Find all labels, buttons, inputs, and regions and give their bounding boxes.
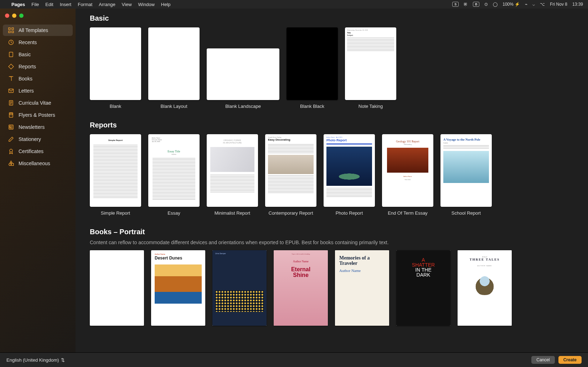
template-school-report[interactable]: A Voyage to the North Pole Subtitle Scho… (440, 134, 492, 216)
template-label: Essay (167, 210, 180, 216)
template-book-eternal-shine[interactable]: Tap or click to add a heading Author Nam… (274, 250, 328, 326)
shield-icon[interactable]: ⛨ (464, 2, 468, 7)
menu-file[interactable]: File (31, 2, 39, 7)
language-selector[interactable]: English (United Kingdom) ⇅ (6, 357, 65, 363)
template-label: Blank Layout (160, 104, 187, 109)
template-label: Minimalist Report (215, 210, 250, 216)
template-blank[interactable]: Blank (90, 27, 141, 109)
svg-rect-9 (10, 114, 12, 115)
circle-icon[interactable]: ◯ (493, 2, 497, 7)
section-title-reports: Reports (90, 121, 588, 129)
svg-rect-3 (12, 31, 14, 33)
diamond-icon (8, 63, 14, 70)
template-thumb: A Voyage to the North Pole Subtitle (440, 134, 492, 207)
template-thumb: Memories of a Traveler Author Name (335, 250, 389, 326)
sidebar-item-letters[interactable]: Letters (3, 85, 73, 96)
menu-insert[interactable]: Insert (60, 2, 72, 7)
sidebar-item-all-templates[interactable]: All Templates (3, 25, 73, 36)
template-book-three-tales[interactable]: A Novel THREE TALES AUTHOR NAME (458, 250, 512, 326)
menu-view[interactable]: View (122, 2, 132, 7)
template-label: Contemporary Report (269, 210, 313, 216)
template-photo-report[interactable]: Author Name · April 2025 Photo Report Ph… (324, 134, 375, 216)
template-contemporary-report[interactable]: Simple Home Styling Easy Decorating Cont… (265, 134, 316, 216)
sidebar-item-basic[interactable]: Basic (3, 49, 73, 60)
sidebar-item-label: Flyers & Posters (19, 112, 55, 118)
template-thumb: A Novel THREE TALES AUTHOR NAME (458, 250, 512, 326)
svg-point-12 (9, 163, 11, 166)
template-thumb (90, 250, 144, 326)
template-essay[interactable]: Author NameInstructor NameJan 10, 2025 E… (148, 134, 200, 216)
newspaper-icon (8, 124, 14, 130)
template-book-memories[interactable]: Memories of a Traveler Author Name (335, 250, 389, 326)
template-book-blank[interactable] (90, 250, 144, 326)
template-book-shatter[interactable]: A SHATTER IN THE DARK (396, 250, 450, 326)
pencil-icon (8, 136, 14, 142)
menubar-time[interactable]: 13:39 (572, 2, 583, 7)
menu-window[interactable]: Window (138, 2, 155, 7)
template-minimalist-report[interactable]: ORGANIC FORMSIN ARCHITECTURE Minimalist … (207, 134, 258, 216)
template-thumb: Author Name Desert Dunes (151, 250, 205, 326)
template-thumb: Urna Semper (212, 250, 267, 326)
menubar: Pages File Edit Insert Format Arrange Vi… (0, 0, 588, 9)
template-thumb: Geology 101 Report Subheading Author Nam… (382, 134, 433, 207)
bluetooth-icon[interactable]: ⌁ (525, 2, 527, 7)
svg-rect-6 (9, 89, 14, 93)
menu-arrange[interactable]: Arrange (99, 2, 115, 7)
template-label: Note Taking (359, 104, 383, 109)
status-b-icon[interactable]: B (473, 2, 479, 7)
template-blank-landscape[interactable]: Blank Landscape (207, 27, 279, 109)
wifi-icon[interactable]: ⌵ (532, 2, 535, 7)
battery-status[interactable]: 100% ⚡ (502, 2, 520, 7)
template-blank-black[interactable]: Blank Black (287, 27, 338, 109)
svg-rect-2 (9, 31, 10, 33)
menu-edit[interactable]: Edit (45, 2, 53, 7)
template-book-urna[interactable]: Urna Semper (212, 250, 267, 326)
svg-rect-13 (11, 163, 14, 166)
svg-rect-1 (12, 28, 14, 30)
create-button[interactable]: Create (558, 356, 582, 364)
template-thumb (148, 27, 200, 100)
template-simple-report[interactable]: Simple Report Simple Report (90, 134, 141, 216)
play-icon[interactable]: ⊙ (484, 2, 488, 7)
sidebar-item-label: Stationery (19, 136, 41, 142)
menubar-date[interactable]: Fri Nov 8 (550, 2, 567, 7)
template-thumb: A SHATTER IN THE DARK (396, 250, 450, 326)
sidebar-item-cv[interactable]: Curricula Vitae (3, 97, 73, 109)
sidebar-item-label: All Templates (19, 27, 48, 33)
menu-help[interactable]: Help (161, 2, 171, 7)
close-window-button[interactable] (5, 14, 9, 18)
sidebar-item-books[interactable]: Books (3, 73, 73, 84)
status-s-icon[interactable]: S (452, 2, 459, 7)
book-icon (8, 75, 14, 82)
template-end-of-term-essay[interactable]: Geology 101 Report Subheading Author Nam… (382, 134, 433, 216)
sidebar-item-label: Miscellaneous (19, 161, 50, 166)
shapes-icon (8, 160, 14, 167)
template-note-taking[interactable]: Wednesday, December 20, 2023 Title Subje… (345, 27, 396, 109)
template-thumb (287, 27, 338, 100)
template-book-desert-dunes[interactable]: Author Name Desert Dunes (151, 250, 205, 326)
template-thumb: Simple Report (90, 134, 141, 207)
sidebar-item-stationery[interactable]: Stationery (3, 133, 73, 145)
cancel-button[interactable]: Cancel (531, 356, 555, 364)
svg-rect-5 (9, 52, 13, 57)
envelope-icon (8, 88, 14, 94)
zoom-window-button[interactable] (19, 14, 24, 18)
app-name[interactable]: Pages (11, 2, 25, 7)
sidebar-item-miscellaneous[interactable]: Miscellaneous (3, 158, 73, 169)
template-thumb: ORGANIC FORMSIN ARCHITECTURE (207, 134, 258, 207)
template-blank-layout[interactable]: Blank Layout (148, 27, 200, 109)
template-grid[interactable]: Basic Blank Blank Layout Blank Landscape… (76, 9, 588, 352)
sidebar-item-label: Recents (19, 40, 37, 45)
sidebar-item-reports[interactable]: Reports (3, 61, 73, 72)
template-label: Photo Report (336, 210, 363, 216)
sidebar-item-certificates[interactable]: Certificates (3, 146, 73, 157)
control-center-icon[interactable]: ⌥ (540, 2, 545, 7)
language-label: English (United Kingdom) (6, 357, 59, 363)
menu-format[interactable]: Format (78, 2, 92, 7)
template-thumb: Simple Home Styling Easy Decorating (265, 134, 316, 207)
minimize-window-button[interactable] (12, 14, 16, 18)
sidebar-item-flyers[interactable]: Flyers & Posters (3, 109, 73, 121)
template-thumb: Tap or click to add a heading Author Nam… (274, 250, 328, 326)
sidebar-item-recents[interactable]: Recents (3, 37, 73, 48)
sidebar-item-newsletters[interactable]: Newsletters (3, 121, 73, 133)
